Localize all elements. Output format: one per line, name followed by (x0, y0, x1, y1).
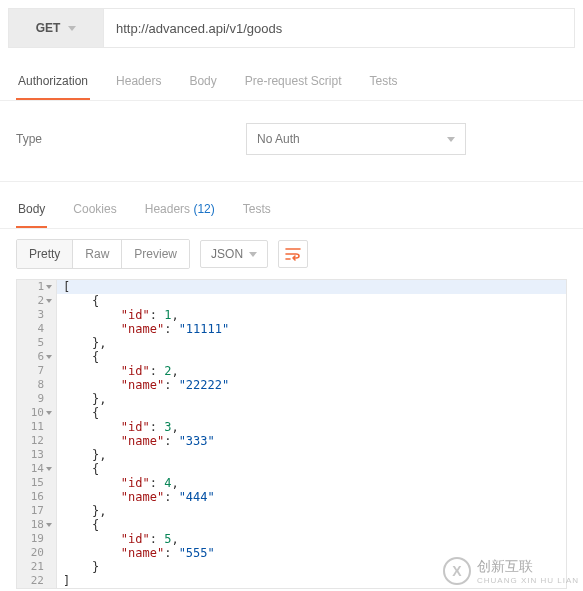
fold-icon[interactable] (46, 285, 52, 289)
method-select[interactable]: GET (9, 9, 104, 47)
resp-tab-cookies[interactable]: Cookies (71, 192, 118, 228)
request-tabs: Authorization Headers Body Pre-request S… (0, 66, 583, 101)
code-line: "id": 1, (57, 308, 566, 322)
tab-headers[interactable]: Headers (114, 66, 163, 100)
code-line: "name": "444" (57, 490, 566, 504)
code-row: 17 }, (17, 504, 566, 518)
view-preview-button[interactable]: Preview (122, 240, 189, 268)
code-row: 6 { (17, 350, 566, 364)
line-number: 16 (17, 490, 57, 504)
line-number: 15 (17, 476, 57, 490)
line-number: 12 (17, 434, 57, 448)
line-number: 18 (17, 518, 57, 532)
view-mode-group: Pretty Raw Preview (16, 239, 190, 269)
line-number: 14 (17, 462, 57, 476)
code-row: 2 { (17, 294, 566, 308)
view-bar: Pretty Raw Preview JSON (0, 229, 583, 279)
resp-tab-body[interactable]: Body (16, 192, 47, 228)
line-number: 1 (17, 280, 57, 294)
view-pretty-button[interactable]: Pretty (17, 240, 73, 268)
code-line: { (57, 406, 566, 420)
line-number: 19 (17, 532, 57, 546)
resp-tab-headers[interactable]: Headers (12) (143, 192, 217, 228)
code-line: "id": 5, (57, 532, 566, 546)
watermark-icon: X (443, 557, 471, 585)
code-line: }, (57, 392, 566, 406)
line-number: 6 (17, 350, 57, 364)
line-number: 10 (17, 406, 57, 420)
chevron-down-icon (249, 252, 257, 257)
fold-icon[interactable] (46, 299, 52, 303)
code-row: 11 "id": 3, (17, 420, 566, 434)
wrap-icon (285, 247, 301, 261)
fold-icon[interactable] (46, 411, 52, 415)
auth-type-label: Type (16, 132, 246, 146)
format-select[interactable]: JSON (200, 240, 268, 268)
line-number: 8 (17, 378, 57, 392)
watermark-logo: X 创新互联 CHUANG XIN HU LIAN (443, 557, 579, 585)
code-line: }, (57, 504, 566, 518)
line-number: 20 (17, 546, 57, 560)
line-number: 4 (17, 322, 57, 336)
code-line: "name": "22222" (57, 378, 566, 392)
code-row: 13 }, (17, 448, 566, 462)
wrap-lines-button[interactable] (278, 240, 308, 268)
resp-headers-count: (12) (193, 202, 214, 216)
auth-type-select[interactable]: No Auth (246, 123, 466, 155)
code-row: 4 "name": "11111" (17, 322, 566, 336)
auth-selected: No Auth (257, 132, 300, 146)
code-line: { (57, 350, 566, 364)
code-row: 12 "name": "333" (17, 434, 566, 448)
watermark-subtext: CHUANG XIN HU LIAN (477, 576, 579, 585)
code-line: { (57, 518, 566, 532)
line-number: 17 (17, 504, 57, 518)
response-body[interactable]: 1[2 {3 "id": 1,4 "name": "11111"5 },6 {7… (16, 279, 567, 589)
fold-icon[interactable] (46, 467, 52, 471)
code-row: 15 "id": 4, (17, 476, 566, 490)
tab-authorization[interactable]: Authorization (16, 66, 90, 100)
view-raw-button[interactable]: Raw (73, 240, 122, 268)
format-label: JSON (211, 247, 243, 261)
code-row: 14 { (17, 462, 566, 476)
line-number: 2 (17, 294, 57, 308)
code-row: 3 "id": 1, (17, 308, 566, 322)
code-row: 16 "name": "444" (17, 490, 566, 504)
line-number: 9 (17, 392, 57, 406)
auth-row: Type No Auth (0, 101, 583, 182)
response-tabs: Body Cookies Headers (12) Tests (0, 192, 583, 229)
resp-headers-label: Headers (145, 202, 190, 216)
code-row: 18 { (17, 518, 566, 532)
code-line: }, (57, 336, 566, 350)
resp-tab-tests[interactable]: Tests (241, 192, 273, 228)
tab-body[interactable]: Body (187, 66, 218, 100)
code-row: 9 }, (17, 392, 566, 406)
code-row: 19 "id": 5, (17, 532, 566, 546)
request-bar: GET (8, 8, 575, 48)
code-line: "name": "333" (57, 434, 566, 448)
code-line: "id": 2, (57, 364, 566, 378)
chevron-down-icon (447, 137, 455, 142)
url-input[interactable] (104, 9, 574, 47)
code-line: { (57, 462, 566, 476)
tab-tests[interactable]: Tests (367, 66, 399, 100)
code-row: 10 { (17, 406, 566, 420)
tab-prerequest[interactable]: Pre-request Script (243, 66, 344, 100)
fold-icon[interactable] (46, 355, 52, 359)
method-label: GET (36, 21, 61, 35)
code-line: "id": 4, (57, 476, 566, 490)
code-line: [ (57, 280, 566, 294)
watermark-text: 创新互联 (477, 558, 579, 576)
line-number: 13 (17, 448, 57, 462)
code-line: "name": "11111" (57, 322, 566, 336)
code-row: 8 "name": "22222" (17, 378, 566, 392)
line-number: 21 (17, 560, 57, 574)
code-line: { (57, 294, 566, 308)
code-row: 5 }, (17, 336, 566, 350)
line-number: 7 (17, 364, 57, 378)
code-row: 1[ (17, 280, 566, 294)
chevron-down-icon (68, 26, 76, 31)
line-number: 11 (17, 420, 57, 434)
code-line: "id": 3, (57, 420, 566, 434)
fold-icon[interactable] (46, 523, 52, 527)
line-number: 22 (17, 574, 57, 588)
